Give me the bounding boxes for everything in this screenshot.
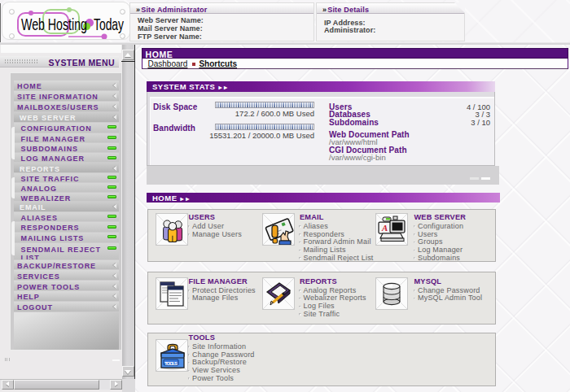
svg-text:A: A xyxy=(381,223,388,233)
svg-text:Web Hosting: Web Hosting xyxy=(21,15,87,33)
svg-text:Today: Today xyxy=(94,15,124,33)
svg-text:TOOLS: TOOLS xyxy=(164,360,178,365)
